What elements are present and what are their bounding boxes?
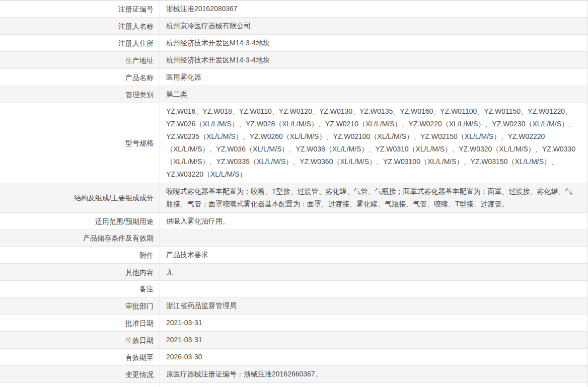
row-label-cell: 管理类别 [0,86,160,103]
row-value-cell: 医用雾化器 [160,69,587,86]
row-label-cell: 变更情况 [0,366,160,382]
row-value: 医用雾化器 [166,71,201,84]
row-label: 审批部门 [125,301,154,311]
row-label-cell: 注 [0,383,160,387]
table-row-注册证编号: 注册证编号 浙械注准20162080367 [0,1,587,18]
table-row-备注: 备注 [0,281,587,297]
row-label: 型号规格 [125,138,154,148]
row-value: 杭州京冷医疗器械有限公司 [166,20,251,32]
row-value-cell [160,230,587,246]
row-label: 备注 [139,284,154,294]
row-label-cell: 其他内容 [0,264,160,280]
row-label-cell: 型号规格 [0,103,160,183]
row-value-cell: 详情 [160,383,587,387]
row-value: 浙江省药品监督管理局 [166,299,237,312]
row-label-cell: 适用范围/预期用途 [0,213,160,229]
table-row-有效期至: 有效期至 2026-03-30 [0,349,587,366]
row-value-cell: 第二类 [160,86,587,103]
table-row-结构及组成-主要组成成分: 结构及组成/主要组成成分 咬嘴式雾化器基本配置为：咬嘴、T型接、过渡管、雾化罐、… [0,183,587,213]
row-label: 注册人名称 [118,21,154,31]
row-label: 批准日期 [125,318,154,328]
row-value-cell: 杭州经济技术开发区M14-3-4地块 [160,35,587,51]
row-value-cell: 原医疗器械注册证编号：浙械注准20162660367。 [160,366,587,382]
row-label-cell: 审批部门 [0,297,160,314]
row-label-cell: 附件 [0,247,160,263]
row-value-cell: 2021-03-31 [160,332,587,348]
row-value: 无 [166,266,173,278]
row-label: 附件 [139,250,154,260]
row-label: 注册人住所 [118,38,154,48]
row-label: 有效期至 [125,352,154,362]
registration-info-table: 注册证编号 浙械注准20162080367 注册人名称 杭州京冷医疗器械有限公司 [0,0,588,387]
table-row-变更情况: 变更情况 原医疗器械注册证编号：浙械注准20162660367。 [0,366,587,383]
table-row-产品储存条件及有效期: 产品储存条件及有效期 [0,230,587,247]
row-label: 产品储存条件及有效期 [83,233,154,243]
table-row-注: 注 详情 [0,383,587,387]
table-row-适用范围-预期用途: 适用范围/预期用途 供吸入雾化治疗用。 [0,213,587,230]
row-label-cell: 产品名称 [0,69,160,86]
row-value: 2021-03-31 [166,334,202,346]
row-label: 结构及组成/主要组成成分 [74,193,154,203]
row-label: 变更情况 [125,369,154,379]
row-label: 生产地址 [125,55,154,65]
table-row-生效日期: 生效日期 2021-03-31 [0,332,587,349]
row-value: 供吸入雾化治疗用。 [166,215,230,227]
row-value-cell: 无 [160,264,587,280]
table-row-管理类别: 管理类别 第二类 [0,86,587,103]
row-label-cell: 结构及组成/主要组成成分 [0,183,160,212]
row-label-cell: 批准日期 [0,315,160,331]
table-row-其他内容: 其他内容 无 [0,264,587,281]
row-value-cell [160,281,587,297]
row-value-cell: 咬嘴式雾化器基本配置为：咬嘴、T型接、过渡管、雾化罐、气管、气瓶接；面罩式雾化器… [160,183,587,212]
table-row-审批部门: 审批部门 浙江省药品监督管理局 [0,297,587,315]
row-label: 其他内容 [125,267,154,277]
row-label: 管理类别 [125,90,154,100]
row-value: 浙械注准20162080367 [166,3,238,15]
row-value-cell: 浙械注准20162080367 [160,1,587,17]
row-value: 第二类 [166,88,187,101]
row-label-cell: 注册人住所 [0,35,160,51]
table-row-附件: 附件 产品技术要求 [0,247,587,264]
row-value-cell: YZ.W016、YZ.W018、YZ.W0110、YZ.W0120、YZ.W01… [160,103,587,183]
row-value: 杭州经济技术开发区M14-3-4地块 [166,54,270,66]
table-row-注册人住所: 注册人住所 杭州经济技术开发区M14-3-4地块 [0,35,587,52]
table-row-型号规格: 型号规格 YZ.W016、YZ.W018、YZ.W0110、YZ.W0120、Y… [0,103,587,183]
row-value: 产品技术要求 [166,249,208,261]
row-label: 生效日期 [125,335,154,345]
row-label-cell: 有效期至 [0,349,160,365]
row-label-cell: 产品储存条件及有效期 [0,230,160,246]
row-label-cell: 备注 [0,281,160,297]
row-value-cell: 杭州经济技术开发区M14-3-4地块 [160,52,587,68]
table-row-生产地址: 生产地址 杭州经济技术开发区M14-3-4地块 [0,52,587,69]
row-label-cell: 生产地址 [0,52,160,68]
row-value-cell: 2026-03-30 [160,349,587,365]
row-label-cell: 生效日期 [0,332,160,348]
row-label: 注册证编号 [118,4,154,14]
row-value: 2026-03-30 [166,351,202,363]
row-value-cell: 浙江省药品监督管理局 [160,297,587,314]
row-value: 咬嘴式雾化器基本配置为：咬嘴、T型接、过渡管、雾化罐、气管、气瓶接；面罩式雾化器… [166,185,578,210]
table-row-批准日期: 批准日期 2021-03-31 [0,315,587,332]
row-value-cell: 供吸入雾化治疗用。 [160,213,587,229]
table-row-产品名称: 产品名称 医用雾化器 [0,69,587,86]
row-label: 产品名称 [125,72,154,83]
row-value: YZ.W016、YZ.W018、YZ.W0110、YZ.W0120、YZ.W01… [166,105,578,181]
row-value: 杭州经济技术开发区M14-3-4地块 [166,37,270,49]
table-row-注册人名称: 注册人名称 杭州京冷医疗器械有限公司 [0,18,587,35]
row-value: 2021-03-31 [166,317,202,329]
row-value-cell: 杭州京冷医疗器械有限公司 [160,18,587,34]
row-label-cell: 注册证编号 [0,1,160,17]
row-value-cell: 2021-03-31 [160,315,587,331]
row-label: 适用范围/预期用途 [95,216,154,226]
row-value: 原医疗器械注册证编号：浙械注准20162660367。 [166,368,322,380]
row-value-cell: 产品技术要求 [160,247,587,263]
row-label-cell: 注册人名称 [0,18,160,34]
